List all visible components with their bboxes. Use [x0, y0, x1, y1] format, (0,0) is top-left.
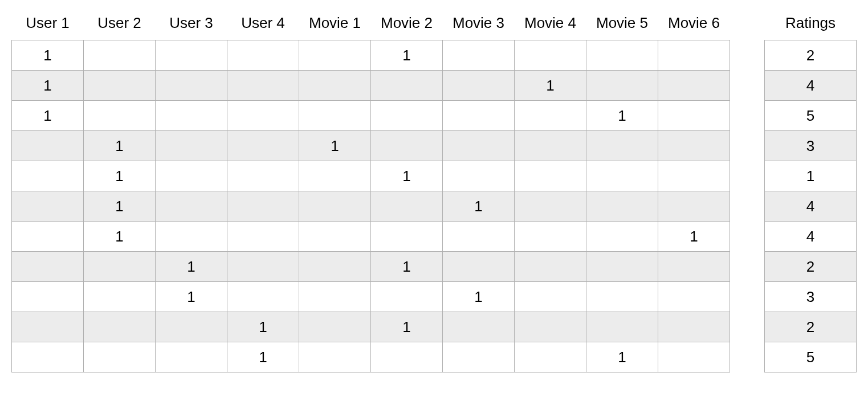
cell	[658, 161, 730, 191]
cell	[443, 342, 515, 372]
col-header: Movie 2	[371, 7, 443, 40]
cell	[371, 222, 443, 252]
col-header: Movie 3	[443, 7, 515, 40]
cell	[515, 191, 586, 222]
cell	[227, 131, 299, 161]
cell	[443, 40, 515, 71]
cell: 1	[443, 191, 515, 222]
table-row: 2	[765, 40, 857, 71]
cell	[658, 191, 730, 222]
cell	[84, 342, 156, 372]
rating-cell: 5	[765, 342, 857, 372]
cell	[658, 40, 730, 71]
cell	[227, 40, 299, 71]
rating-cell: 4	[765, 71, 857, 101]
cell: 1	[515, 71, 586, 101]
rating-cell: 2	[765, 312, 857, 342]
cell: 1	[84, 191, 156, 222]
cell	[227, 282, 299, 312]
cell	[443, 252, 515, 282]
cell	[299, 252, 371, 282]
rating-cell: 2	[765, 40, 857, 71]
cell	[515, 222, 586, 252]
ratings-table: Ratings 2 4 5 3 1 4 4 2 3 2 5	[764, 7, 857, 372]
cell	[443, 161, 515, 191]
cell	[227, 191, 299, 222]
cell	[515, 252, 586, 282]
cell	[227, 101, 299, 131]
cell	[156, 222, 227, 252]
cell	[299, 312, 371, 342]
rating-cell: 3	[765, 131, 857, 161]
col-header: User 1	[12, 7, 84, 40]
rating-cell: 1	[765, 161, 857, 191]
cell	[227, 222, 299, 252]
cell	[586, 282, 658, 312]
cell	[515, 282, 586, 312]
table-row: 5	[765, 342, 857, 372]
ratings-tbody: 2 4 5 3 1 4 4 2 3 2 5	[765, 40, 857, 372]
cell: 1	[443, 282, 515, 312]
table-row: 1 1	[12, 252, 730, 282]
cell	[371, 342, 443, 372]
col-header: Movie 1	[299, 7, 371, 40]
cell	[658, 101, 730, 131]
cell	[156, 131, 227, 161]
table-row: 1 1	[12, 40, 730, 71]
cell: 1	[12, 71, 84, 101]
col-header: Movie 6	[658, 7, 730, 40]
cell	[443, 71, 515, 101]
cell	[658, 252, 730, 282]
table-row: 1 1	[12, 222, 730, 252]
cell	[515, 161, 586, 191]
table-row: 4	[765, 191, 857, 222]
cell	[12, 252, 84, 282]
cell	[227, 161, 299, 191]
rating-cell: 4	[765, 191, 857, 222]
cell: 1	[371, 161, 443, 191]
ratings-header: Ratings	[765, 7, 857, 40]
cell: 1	[227, 342, 299, 372]
cell	[299, 342, 371, 372]
cell	[586, 40, 658, 71]
page-container: User 1 User 2 User 3 User 4 Movie 1 Movi…	[0, 0, 868, 379]
cell	[586, 222, 658, 252]
cell: 1	[658, 222, 730, 252]
table-row: 1 1	[12, 312, 730, 342]
cell	[586, 252, 658, 282]
cell	[227, 252, 299, 282]
cell	[12, 161, 84, 191]
cell	[84, 40, 156, 71]
cell	[84, 282, 156, 312]
cell	[443, 312, 515, 342]
cell	[586, 131, 658, 161]
cell: 1	[84, 222, 156, 252]
cell: 1	[586, 342, 658, 372]
cell	[156, 161, 227, 191]
cell	[84, 312, 156, 342]
cell	[299, 191, 371, 222]
table-row: 3	[765, 282, 857, 312]
cell	[515, 101, 586, 131]
cell	[299, 161, 371, 191]
cell	[371, 131, 443, 161]
col-header: Movie 4	[515, 7, 586, 40]
cell	[156, 71, 227, 101]
table-row: 3	[765, 131, 857, 161]
cell	[658, 71, 730, 101]
cell: 1	[586, 101, 658, 131]
cell: 1	[12, 40, 84, 71]
cell	[84, 252, 156, 282]
table-row: 1 1	[12, 131, 730, 161]
table-row: 1 1	[12, 282, 730, 312]
cell: 1	[156, 252, 227, 282]
cell: 1	[371, 252, 443, 282]
cell	[443, 222, 515, 252]
cell	[371, 71, 443, 101]
cell	[227, 71, 299, 101]
cell	[586, 71, 658, 101]
table-row: 4	[765, 222, 857, 252]
cell	[12, 312, 84, 342]
table-row: 2	[765, 252, 857, 282]
cell	[12, 191, 84, 222]
